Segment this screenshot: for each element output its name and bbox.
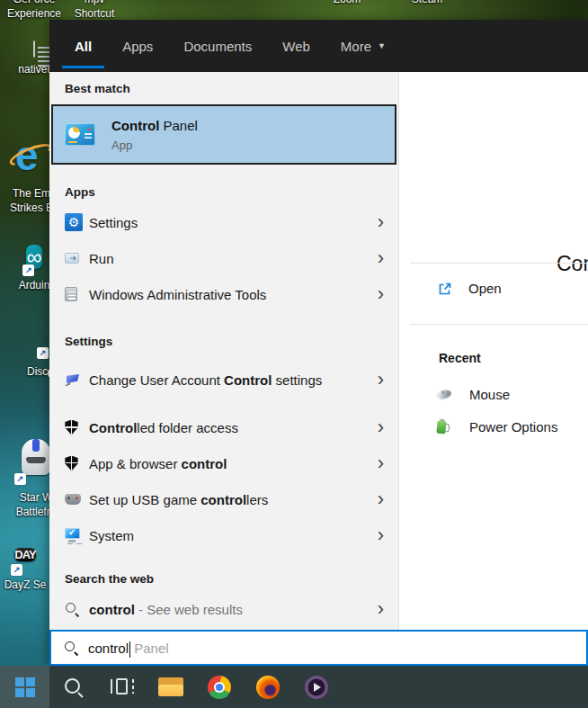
section-header-best-match: Best match bbox=[49, 72, 398, 101]
file-explorer-button[interactable] bbox=[147, 666, 195, 708]
divider bbox=[410, 263, 588, 264]
star-wars-battlefront-icon bbox=[18, 437, 54, 482]
open-button[interactable]: Open bbox=[438, 281, 502, 296]
shortcut-arrow-icon bbox=[11, 564, 22, 576]
desktop-label-geforce: GeForceExperience bbox=[0, 0, 68, 21]
chevron-right-icon[interactable] bbox=[378, 371, 384, 389]
power-options-icon bbox=[436, 420, 446, 434]
settings-gear-icon bbox=[65, 213, 83, 231]
taskbar-search-button[interactable] bbox=[49, 666, 98, 708]
search-input-value: control bbox=[88, 641, 129, 656]
tab-more[interactable]: More bbox=[328, 20, 398, 72]
task-view-icon bbox=[111, 678, 134, 695]
result-item-web-search[interactable]: control - See web results bbox=[49, 591, 398, 627]
chevron-right-icon[interactable] bbox=[378, 213, 384, 231]
recent-item-mouse[interactable]: Mouse bbox=[437, 387, 510, 402]
chevron-right-icon[interactable] bbox=[378, 418, 384, 436]
best-match-title: Control Panel bbox=[111, 118, 198, 133]
section-header-settings: Settings bbox=[49, 325, 398, 354]
recent-item-label: Power Options bbox=[469, 419, 557, 435]
desktop-label-mpv: mpvShortcut bbox=[65, 0, 124, 21]
result-item-uac-settings[interactable]: Change User Account Control settings bbox=[49, 354, 398, 406]
section-header-search-web: Search the web bbox=[49, 562, 398, 591]
open-label: Open bbox=[468, 281, 502, 296]
chrome-button[interactable] bbox=[195, 666, 244, 708]
desktop-label-steam: Steam bbox=[400, 0, 454, 6]
search-results-panel: Best match Control Panel App Apps Settin… bbox=[49, 72, 398, 630]
taskbar bbox=[0, 666, 588, 708]
result-item-controlled-folder-access[interactable]: Controlled folder access bbox=[49, 409, 398, 445]
search-icon bbox=[65, 602, 79, 616]
text-document-icon bbox=[33, 40, 35, 58]
search-input-suggestion: Panel bbox=[130, 641, 169, 656]
best-match-subtitle: App bbox=[111, 139, 198, 152]
preview-panel: Control Panel Open Recent Mouse Power Op… bbox=[398, 72, 588, 630]
system-monitor-icon bbox=[65, 528, 80, 539]
folder-icon bbox=[158, 677, 183, 696]
tab-apps[interactable]: Apps bbox=[110, 20, 165, 72]
defender-shield-icon bbox=[65, 456, 78, 471]
chevron-right-icon[interactable] bbox=[378, 249, 384, 267]
result-item-app-browser-control[interactable]: App & browser control bbox=[49, 445, 398, 481]
result-item-usb-game-controllers[interactable]: Set up USB game controllers bbox=[49, 481, 398, 517]
section-header-apps: Apps bbox=[49, 175, 398, 204]
firefox-icon bbox=[256, 676, 280, 699]
shortcut-arrow-icon bbox=[14, 473, 26, 485]
search-flyout: All Apps Documents Web More Best match C… bbox=[49, 20, 588, 666]
desktop-icon-dayz[interactable]: DayZ Se bbox=[0, 537, 57, 592]
media-player-button[interactable] bbox=[292, 666, 341, 708]
control-panel-icon bbox=[65, 123, 95, 146]
recent-item-power-options[interactable]: Power Options bbox=[437, 419, 557, 435]
admin-tools-icon bbox=[65, 287, 77, 301]
recent-item-label: Mouse bbox=[469, 387, 510, 402]
result-item-admin-tools[interactable]: Windows Administrative Tools bbox=[49, 276, 398, 312]
shortcut-arrow-icon bbox=[37, 347, 49, 359]
chevron-right-icon[interactable] bbox=[378, 454, 384, 472]
run-dialog-icon bbox=[65, 253, 79, 264]
result-item-run[interactable]: Run bbox=[49, 240, 398, 276]
search-icon bbox=[64, 641, 78, 655]
dayz-icon bbox=[14, 548, 35, 561]
chevron-right-icon[interactable] bbox=[378, 285, 384, 303]
desktop-label-zoom: Zoom bbox=[320, 0, 374, 6]
preview-title: Control Panel bbox=[557, 252, 588, 276]
search-input[interactable]: control Panel bbox=[49, 630, 588, 666]
tab-web[interactable]: Web bbox=[270, 20, 323, 72]
best-match-item[interactable]: Control Panel App bbox=[51, 104, 396, 165]
windows-logo-icon bbox=[15, 677, 35, 697]
chrome-icon bbox=[208, 676, 231, 699]
game-controller-icon bbox=[65, 494, 81, 505]
start-button[interactable] bbox=[0, 666, 49, 708]
shortcut-arrow-icon bbox=[22, 264, 34, 276]
uac-flag-icon bbox=[65, 372, 80, 387]
tab-all[interactable]: All bbox=[62, 20, 104, 72]
result-item-settings[interactable]: Settings bbox=[49, 204, 398, 240]
chevron-right-icon[interactable] bbox=[378, 526, 384, 544]
defender-shield-icon bbox=[65, 420, 78, 435]
divider bbox=[410, 324, 588, 325]
tab-documents[interactable]: Documents bbox=[171, 20, 264, 72]
open-external-icon bbox=[438, 282, 452, 296]
mouse-icon bbox=[436, 389, 452, 400]
result-item-system[interactable]: System bbox=[49, 517, 398, 553]
chevron-down-icon bbox=[378, 41, 386, 50]
chevron-right-icon[interactable] bbox=[378, 600, 384, 618]
recent-header: Recent bbox=[439, 351, 481, 365]
firefox-button[interactable] bbox=[244, 666, 292, 708]
search-filter-tabs: All Apps Documents Web More bbox=[49, 20, 588, 72]
task-view-button[interactable] bbox=[98, 666, 147, 708]
internet-explorer-icon: e bbox=[10, 133, 53, 178]
chevron-right-icon[interactable] bbox=[378, 490, 384, 508]
search-icon bbox=[63, 677, 85, 698]
media-player-icon bbox=[305, 676, 328, 699]
